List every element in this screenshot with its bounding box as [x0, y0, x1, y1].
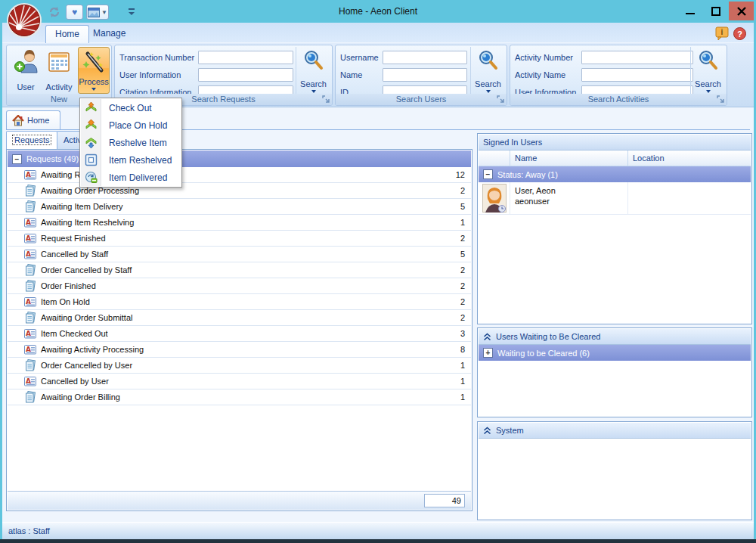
ribbon-tabstrip: Home Manage i ?	[2, 23, 754, 43]
aeon-logo-icon[interactable]	[6, 2, 42, 39]
search-users-button[interactable]: Search	[470, 47, 505, 95]
request-queue-row[interactable]: A Awaiting Order Billing 1	[8, 389, 471, 405]
search-requests-button[interactable]: Search	[296, 47, 330, 95]
search-activities-button[interactable]: Search	[690, 47, 725, 95]
column-avatar[interactable]	[479, 150, 510, 166]
signed-in-user-row[interactable]: User, Aeon aeonuser	[479, 182, 751, 215]
expand-icon[interactable]: +	[483, 348, 493, 358]
menu-item-item-reshelved[interactable]: Item Reshelved	[81, 151, 181, 169]
field-label: Transaction Number	[119, 53, 198, 62]
waiting-to-be-cleared-panel: Users Waiting to Be Cleared + Waiting to…	[477, 327, 752, 417]
sync-icon[interactable]	[45, 5, 63, 20]
process-button[interactable]: Process	[78, 47, 110, 94]
search-users-input[interactable]	[383, 68, 467, 82]
dialog-launcher-icon[interactable]	[497, 95, 505, 104]
search-activities-input[interactable]	[581, 68, 693, 82]
reshelve-item-icon	[85, 136, 98, 149]
dialog-launcher-icon[interactable]	[322, 95, 330, 104]
queue-count: 2	[460, 265, 465, 275]
field-label: Name	[340, 70, 383, 79]
new-activity-button[interactable]: Activity	[43, 47, 75, 94]
request-queue-row[interactable]: A Cancelled by User 1	[8, 374, 471, 389]
window-bottom-edge	[0, 539, 756, 543]
request-queue-row[interactable]: A Awaiting Item Delivery 5	[8, 199, 471, 215]
requests-total: 49	[424, 494, 465, 507]
column-location[interactable]: Location	[628, 150, 751, 166]
queue-name: Cancelled by User	[41, 377, 109, 386]
order-icon	[24, 264, 36, 276]
collapse-icon[interactable]: −	[483, 169, 493, 179]
request-icon: A	[24, 327, 36, 340]
request-queue-row[interactable]: A Item On Hold 2	[8, 294, 471, 310]
queue-count: 2	[460, 234, 465, 243]
waiting-panel-header[interactable]: Users Waiting to Be Cleared	[479, 329, 751, 345]
calendar-icon	[47, 50, 71, 74]
menu-item-place-on-hold[interactable]: Place On Hold	[81, 116, 181, 134]
qat-overflow-icon[interactable]	[122, 5, 140, 20]
search-users-input[interactable]	[383, 51, 467, 64]
order-icon	[24, 280, 36, 292]
dialog-launcher-icon[interactable]	[717, 95, 725, 104]
search-activities-input[interactable]	[581, 51, 693, 64]
order-icon	[24, 391, 36, 403]
system-panel-header[interactable]: System	[479, 423, 751, 439]
request-icon: A	[24, 343, 36, 355]
request-queue-row[interactable]: A Cancelled by Staff 5	[8, 247, 471, 262]
queue-count: 2	[460, 281, 465, 290]
request-queue-row[interactable]: A Awaiting Activity Processing 8	[8, 342, 471, 358]
menu-item-check-out[interactable]: Check Out	[81, 99, 181, 116]
status-text: atlas : Staff	[8, 526, 50, 535]
request-icon: A	[24, 296, 36, 308]
close-button[interactable]	[729, 2, 754, 20]
user-username: aeonuser	[515, 196, 627, 206]
search-requests-fields: Transaction Number User Information Cita…	[119, 48, 293, 101]
avatar	[482, 184, 507, 213]
tab-requests[interactable]: Requests	[6, 131, 57, 149]
help-icon[interactable]: ?	[733, 27, 746, 42]
about-icon[interactable]: i	[715, 26, 729, 42]
ribbon-tab-home[interactable]: Home	[45, 25, 89, 43]
request-icon: A	[24, 216, 36, 228]
request-queue-row[interactable]: A Awaiting Order Processing 2	[8, 183, 471, 199]
app-window: Home - Aeon Client ♥ ▼	[0, 0, 756, 543]
collapse-icon[interactable]: −	[12, 154, 22, 164]
titlebar: Home - Aeon Client ♥ ▼	[0, 0, 756, 23]
menu-item-reshelve-item[interactable]: Reshelve Item	[81, 134, 181, 151]
queue-name: Awaiting Activity Processing	[41, 345, 144, 354]
search-requests-input[interactable]	[198, 68, 293, 82]
queue-count: 3	[460, 329, 465, 338]
ribbon-tab-manage[interactable]: Manage	[84, 25, 135, 43]
new-user-button[interactable]: User	[10, 47, 42, 94]
queue-name: Order Cancelled by Staff	[41, 265, 132, 275]
collapse-chevron-icon[interactable]	[483, 427, 491, 435]
queue-count: 12	[456, 170, 465, 179]
request-queue-row[interactable]: A Awaiting Item Reshelving 1	[8, 215, 471, 231]
minimize-button[interactable]	[677, 2, 703, 20]
waiting-group-row[interactable]: + Waiting to be Cleared (6)	[479, 345, 751, 361]
request-queue-row[interactable]: A Order Finished 2	[8, 278, 471, 294]
queue-name: Awaiting Order Submittal	[41, 313, 132, 322]
request-queue-row[interactable]: A Order Cancelled by Staff 2	[8, 262, 471, 278]
svg-text:i: i	[721, 28, 723, 36]
request-queue-row[interactable]: A Awaiting Order Submittal 2	[8, 310, 471, 326]
home-document-tab[interactable]: Home	[6, 110, 60, 129]
item-reshelved-icon	[85, 154, 98, 166]
request-queue-row[interactable]: A Order Cancelled by User 1	[8, 358, 471, 374]
window-layout-icon[interactable]: ▼	[86, 5, 109, 20]
availability-icon[interactable]: ♥	[66, 5, 83, 20]
queue-name: Order Finished	[41, 281, 96, 290]
signed-in-users-header[interactable]: Signed In Users	[479, 135, 751, 150]
menu-item-item-delivered[interactable]: Item Delivered	[81, 169, 181, 186]
search-requests-input[interactable]	[198, 51, 293, 64]
request-queue-row[interactable]: A Awaiting Request Processing 12	[8, 167, 471, 183]
maximize-button[interactable]	[703, 2, 729, 20]
search-icon	[478, 49, 499, 70]
column-name[interactable]: Name	[510, 150, 628, 166]
status-away-group[interactable]: − Status: Away (1)	[479, 166, 751, 182]
request-queue-row[interactable]: A Request Finished 2	[8, 231, 471, 247]
collapse-chevron-icon[interactable]	[483, 333, 491, 341]
request-queue-row[interactable]: A Item Checked Out 3	[8, 326, 471, 342]
requests-group-header[interactable]: − Requests (49)	[8, 150, 471, 167]
queue-count: 1	[460, 393, 465, 402]
queue-count: 1	[460, 361, 465, 370]
